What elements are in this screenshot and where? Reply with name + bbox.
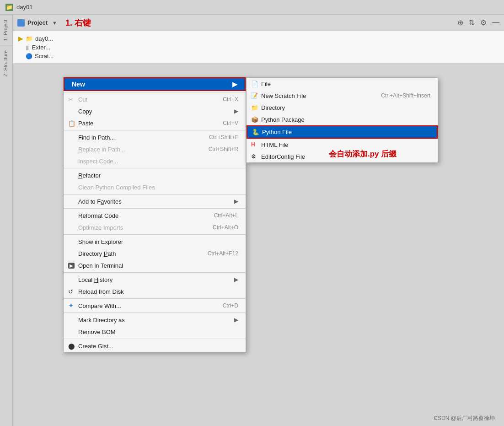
python-package-label: Python Package bbox=[261, 116, 305, 123]
compare-shortcut: Ctrl+D bbox=[223, 302, 238, 309]
menu-item-compare-with[interactable]: ✦ Compare With... Ctrl+D bbox=[64, 300, 246, 312]
reload-disk-label: Reload from Disk bbox=[78, 288, 124, 295]
copy-label: Copy bbox=[78, 108, 92, 115]
menu-item-inspect-code[interactable]: Inspect Code... bbox=[64, 155, 246, 167]
file-icon: 📄 bbox=[251, 81, 258, 87]
directory-path-label: Directory Path bbox=[78, 250, 116, 257]
equalize-icon[interactable]: ⇅ bbox=[469, 18, 475, 27]
divider-8 bbox=[64, 298, 246, 299]
menu-item-open-terminal[interactable]: ▶ Open in Terminal bbox=[64, 259, 246, 271]
menu-item-reload-disk[interactable]: ↺ Reload from Disk bbox=[64, 286, 246, 297]
directory-label: Directory bbox=[261, 104, 285, 111]
directory-icon: 📁 bbox=[251, 104, 258, 111]
open-terminal-label: Open in Terminal bbox=[78, 262, 123, 269]
menu-item-local-history[interactable]: Local History ▶ bbox=[64, 274, 246, 286]
directory-path-shortcut: Ctrl+Alt+F12 bbox=[208, 250, 238, 257]
submenu-item-directory[interactable]: 📁 Directory bbox=[247, 102, 438, 113]
title-icon: 📁 bbox=[5, 4, 13, 11]
submenu-new: 📄 File 📝 New Scratch File Ctrl+Alt+Shift… bbox=[246, 77, 438, 163]
terminal-icon: ▶ bbox=[68, 263, 75, 269]
python-file-icon: 🐍 bbox=[252, 129, 259, 135]
title-bar: 📁 day01 bbox=[0, 0, 504, 15]
file-label: File bbox=[261, 81, 271, 87]
copy-arrow: ▶ bbox=[234, 108, 238, 114]
menu-item-find-in-path[interactable]: Find in Path... Ctrl+Shift+F bbox=[64, 131, 246, 143]
annotation-auto-extension: 会自动添加.py 后缀 bbox=[329, 149, 397, 159]
clean-compiled-label: Clean Python Compiled Files bbox=[78, 184, 155, 191]
menu-item-directory-path[interactable]: Directory Path Ctrl+Alt+F12 bbox=[64, 248, 246, 259]
divider-10 bbox=[64, 339, 246, 339]
menu-item-cut[interactable]: ✂ Cut Ctrl+X bbox=[64, 93, 246, 105]
replace-shortcut: Ctrl+Shift+R bbox=[209, 146, 238, 152]
menu-item-copy[interactable]: Copy ▶ bbox=[64, 105, 246, 117]
submenu-item-file[interactable]: 📄 File bbox=[247, 78, 438, 90]
header-icons: ⊕ ⇅ ⚙ — bbox=[457, 18, 499, 27]
minimize-icon[interactable]: — bbox=[492, 18, 499, 27]
tree-item-external[interactable]: ||| Exter... bbox=[16, 43, 500, 52]
scratch-icon: 📝 bbox=[251, 92, 258, 99]
find-in-path-shortcut: Ctrl+Shift+F bbox=[209, 134, 238, 140]
menu-item-remove-bom[interactable]: Remove BOM bbox=[64, 326, 246, 338]
paste-label: Paste bbox=[78, 120, 93, 127]
paste-shortcut: Ctrl+V bbox=[223, 120, 238, 126]
html-label: HTML File bbox=[261, 141, 288, 148]
create-gist-label: Create Gist... bbox=[78, 343, 113, 350]
project-dropdown-arrow[interactable]: ▼ bbox=[52, 20, 57, 26]
reformat-code-label: Reformat Code bbox=[78, 212, 118, 219]
local-history-label: Local History bbox=[78, 276, 113, 283]
menu-item-replace-in-path[interactable]: Replace in Path... Ctrl+Shift+R bbox=[64, 143, 246, 155]
paste-icon: 📋 bbox=[68, 120, 75, 127]
show-explorer-label: Show in Explorer bbox=[78, 238, 123, 245]
refactor-label: Refactor bbox=[78, 172, 101, 179]
menu-item-add-favorites[interactable]: Add to Favorites ▶ bbox=[64, 195, 246, 207]
ide-window: 📁 day01 1: Project Z: Structure Project … bbox=[0, 0, 504, 426]
cut-icon: ✂ bbox=[68, 96, 73, 103]
new-arrow: ▶ bbox=[232, 81, 237, 88]
menu-item-optimize-imports[interactable]: Optimize Imports Ctrl+Alt+O bbox=[64, 221, 246, 233]
new-label: New bbox=[72, 81, 85, 88]
local-history-arrow: ▶ bbox=[234, 276, 238, 283]
project-label: Project bbox=[27, 19, 48, 26]
menu-item-new[interactable]: New ▶ bbox=[64, 77, 246, 91]
divider-4 bbox=[64, 194, 246, 194]
editorconfig-icon: ⚙ bbox=[251, 153, 256, 160]
divider-3 bbox=[64, 168, 246, 168]
tree-item-scratch[interactable]: 🔵 Scrat... bbox=[16, 52, 500, 60]
editorconfig-label: EditorConfig File bbox=[261, 153, 305, 160]
menu-item-reformat-code[interactable]: Reformat Code Ctrl+Alt+L bbox=[64, 210, 246, 221]
menu-item-paste[interactable]: 📋 Paste Ctrl+V bbox=[64, 117, 246, 129]
menu-item-show-explorer[interactable]: Show in Explorer bbox=[64, 236, 246, 248]
bottom-bar: CSDN @后厂村路蔡徐坤 bbox=[434, 415, 495, 422]
remove-bom-label: Remove BOM bbox=[78, 329, 116, 335]
menu-item-mark-directory[interactable]: Mark Directory as ▶ bbox=[64, 314, 246, 326]
context-menu: New ▶ ✂ Cut Ctrl+X Copy ▶ 📋 Paste Ctrl+V bbox=[63, 77, 246, 352]
gist-icon: ⬤ bbox=[68, 343, 75, 350]
menu-item-refactor[interactable]: Refactor bbox=[64, 169, 246, 181]
divider-5 bbox=[64, 208, 246, 209]
sidebar-tab-project[interactable]: 1: Project bbox=[0, 15, 12, 45]
divider-6 bbox=[64, 234, 246, 235]
mark-directory-label: Mark Directory as bbox=[78, 317, 125, 324]
add-favorites-arrow: ▶ bbox=[234, 198, 238, 205]
project-icon bbox=[17, 19, 25, 27]
project-header: Project ▼ 1. 右键 ⊕ ⇅ ⚙ — bbox=[13, 15, 504, 31]
cut-shortcut: Ctrl+X bbox=[223, 96, 238, 102]
add-icon[interactable]: ⊕ bbox=[457, 18, 463, 27]
settings-icon[interactable]: ⚙ bbox=[480, 18, 487, 27]
python-file-label: Python File bbox=[262, 129, 292, 135]
submenu-item-python-package[interactable]: 📦 Python Package bbox=[247, 113, 438, 125]
main-area: Project ▼ 1. 右键 ⊕ ⇅ ⚙ — ▶ 📁 day0... ||| … bbox=[13, 15, 504, 426]
menu-item-create-gist[interactable]: ⬤ Create Gist... bbox=[64, 340, 246, 352]
divider-1 bbox=[64, 92, 246, 92]
optimize-shortcut: Ctrl+Alt+O bbox=[213, 224, 238, 231]
add-favorites-label: Add to Favorites bbox=[78, 198, 122, 205]
find-in-path-label: Find in Path... bbox=[78, 134, 115, 141]
submenu-item-python-file[interactable]: 🐍 Python File bbox=[247, 125, 438, 139]
menu-item-clean-compiled[interactable]: Clean Python Compiled Files bbox=[64, 181, 246, 193]
tree-item-root[interactable]: ▶ 📁 day0... bbox=[16, 34, 500, 43]
mark-directory-arrow: ▶ bbox=[234, 317, 238, 323]
sidebar-tab-structure[interactable]: Z: Structure bbox=[0, 45, 12, 81]
submenu-item-scratch[interactable]: 📝 New Scratch File Ctrl+Alt+Shift+Insert bbox=[247, 90, 438, 102]
annotation-right-click: 1. 右键 bbox=[65, 17, 91, 28]
cut-label: Cut bbox=[78, 96, 87, 103]
